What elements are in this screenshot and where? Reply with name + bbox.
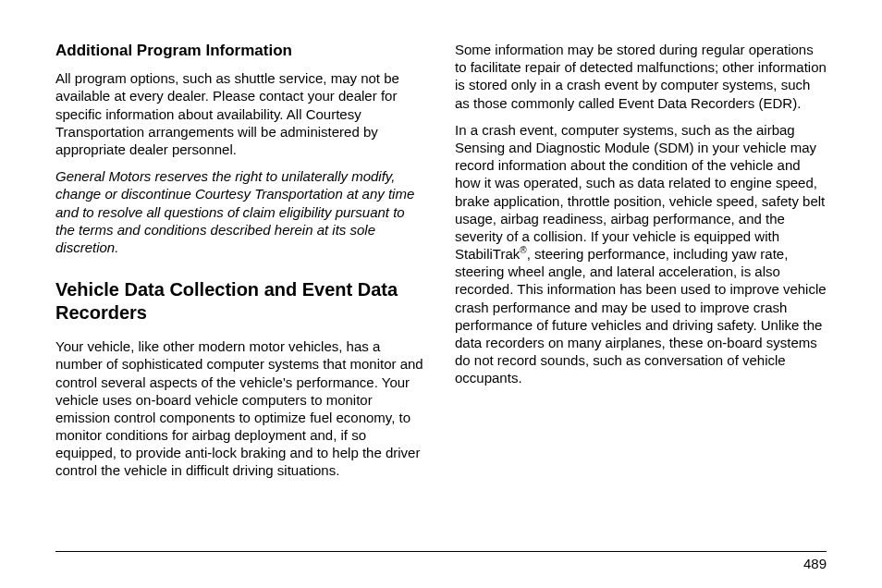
para-gm-reserves: General Motors reserves the right to uni… bbox=[55, 167, 427, 256]
para-crash-event-a: In a crash event, computer systems, such… bbox=[455, 122, 825, 262]
para-crash-event-b: , steering performance, including yaw ra… bbox=[455, 246, 827, 386]
page-number: 489 bbox=[803, 556, 827, 571]
para-vehicle-systems: Your vehicle, like other modern motor ve… bbox=[55, 337, 427, 480]
right-column: Some information may be stored during re… bbox=[455, 41, 827, 547]
para-program-options: All program options, such as shuttle ser… bbox=[55, 69, 427, 158]
subheading-additional-program: Additional Program Information bbox=[55, 41, 427, 60]
left-column: Additional Program Information All progr… bbox=[55, 41, 427, 547]
heading-vehicle-data-collection: Vehicle Data Collection and Event Data R… bbox=[55, 278, 427, 325]
para-crash-event: In a crash event, computer systems, such… bbox=[455, 121, 827, 387]
content-columns: Additional Program Information All progr… bbox=[55, 41, 827, 547]
page-footer: 489 bbox=[55, 551, 827, 571]
para-information-stored: Some information may be stored during re… bbox=[455, 41, 827, 112]
registered-trademark-icon: ® bbox=[520, 245, 526, 255]
